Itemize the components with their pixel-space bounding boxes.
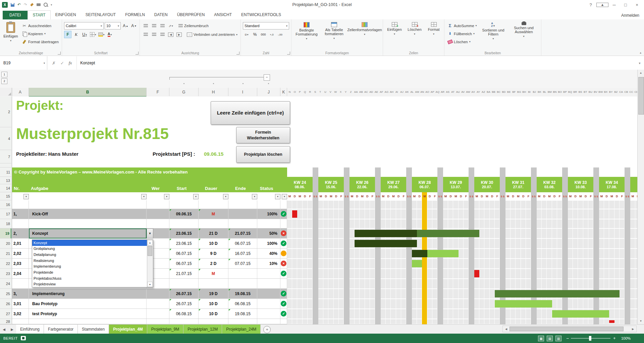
row-header-25[interactable]: 25: [0, 289, 11, 299]
ribbon-tab-start[interactable]: START: [28, 10, 50, 19]
cell-A27[interactable]: 3,02: [12, 309, 29, 319]
row-header-13[interactable]: 13: [0, 177, 11, 184]
scroll-right-icon[interactable]: ▶: [630, 327, 636, 331]
column-header-BE[interactable]: BE: [506, 88, 512, 96]
expand-formula-bar-icon[interactable]: ▾: [635, 56, 644, 70]
row-header-26[interactable]: 26: [0, 299, 11, 309]
ribbon-tab-daten[interactable]: DATEN: [150, 10, 172, 19]
cell-G23[interactable]: 21.07.15: [169, 269, 199, 278]
cell-H24[interactable]: [199, 279, 228, 288]
cell-G19[interactable]: 23.06.15: [169, 228, 199, 238]
dialog-launcher-icon[interactable]: [236, 52, 239, 55]
cell-H27[interactable]: 10 D: [199, 309, 228, 319]
column-header-BN[interactable]: BN: [552, 88, 557, 96]
delete-cells-button[interactable]: × Löschen▾: [405, 21, 424, 36]
underline-button[interactable]: U▾: [81, 31, 88, 38]
dropdown-item[interactable]: Grobplanung: [32, 246, 147, 252]
cell-J28[interactable]: [257, 319, 280, 324]
gantt-row-cells-17[interactable]: [287, 209, 637, 219]
column-header-BW[interactable]: BW: [598, 88, 603, 96]
cell-J24[interactable]: [257, 279, 280, 288]
cell-H16[interactable]: [199, 200, 228, 209]
filter-button-F[interactable]: ▾: [164, 194, 169, 199]
select-all-corner[interactable]: [0, 88, 12, 96]
cell-A18[interactable]: [12, 219, 29, 228]
column-header-AT[interactable]: AT: [450, 88, 455, 96]
cell-I17[interactable]: [228, 209, 257, 219]
cell-K19[interactable]: ×: [280, 228, 287, 238]
dialog-launcher-icon[interactable]: [58, 52, 61, 55]
cell-I26[interactable]: 06.08.15: [228, 299, 257, 308]
row-header-11[interactable]: 11: [0, 167, 11, 177]
ribbon-tab-formeln[interactable]: FORMELN: [120, 10, 150, 19]
column-header-T[interactable]: T: [318, 88, 323, 96]
column-header-BR[interactable]: BR: [573, 88, 578, 96]
column-header-K[interactable]: K: [280, 88, 287, 96]
horizontal-scrollbar[interactable]: ◀ ▶: [502, 326, 637, 332]
enter-formula-icon[interactable]: ✓: [60, 61, 64, 66]
cell-B26[interactable]: Bau Prototyp: [29, 299, 147, 308]
insert-cells-button[interactable]: + Einfügen▾: [385, 21, 404, 36]
help-button[interactable]: ?: [585, 2, 596, 7]
font-color-button[interactable]: A▾: [106, 31, 113, 38]
cell-A16[interactable]: [12, 200, 29, 209]
cell-I16[interactable]: [228, 200, 257, 209]
cell-F28[interactable]: [147, 319, 169, 324]
minimize-button[interactable]: ─: [608, 2, 620, 7]
dropdown-item[interactable]: Projektreview: [32, 281, 147, 287]
column-header-BB[interactable]: BB: [491, 88, 496, 96]
tab-datei[interactable]: DATEI: [3, 11, 28, 19]
row-header-23[interactable]: 23: [0, 269, 11, 279]
column-header-BF[interactable]: BF: [512, 88, 517, 96]
column-header-BV[interactable]: BV: [593, 88, 598, 96]
column-header-BP[interactable]: BP: [562, 88, 568, 96]
merge-center-button[interactable]: ↔Verbinden und zentrieren▾: [186, 31, 238, 38]
ribbon-tab-seitenlayout[interactable]: SEITENLAYOUT: [81, 10, 120, 19]
cell-styles-button[interactable]: Zellenformatvorlagen▾: [348, 21, 381, 37]
filter-button-I[interactable]: ▾: [252, 194, 257, 199]
cell-A24[interactable]: [12, 279, 29, 288]
cell-A22[interactable]: 2,03: [12, 259, 29, 268]
row-header-2[interactable]: 2: [0, 96, 11, 127]
column-header-U[interactable]: U: [323, 88, 328, 96]
gantt-row-cells-24[interactable]: [287, 279, 637, 288]
name-box-arrow-icon[interactable]: ▾: [44, 62, 47, 65]
new-sheet-button[interactable]: +: [263, 326, 271, 333]
dropdown-item[interactable]: Projektabschluss: [32, 275, 147, 281]
cell-K16[interactable]: [280, 200, 287, 209]
column-header-BU[interactable]: BU: [588, 88, 593, 96]
cell-I18[interactable]: [228, 219, 257, 228]
cell-G25[interactable]: 26.07.15: [169, 289, 199, 298]
cell-G16[interactable]: [169, 200, 199, 209]
cell-F17[interactable]: [147, 209, 169, 219]
row-header-18[interactable]: 18: [0, 219, 11, 228]
cell-J27[interactable]: [257, 309, 280, 319]
gantt-row-cells-21[interactable]: [287, 249, 637, 258]
sheet-nav-right-icon[interactable]: ▶: [8, 325, 16, 334]
cell-I23[interactable]: [228, 269, 257, 278]
column-header-BA[interactable]: BA: [486, 88, 491, 96]
filter-button-K[interactable]: ▾: [282, 194, 287, 199]
row-header-22[interactable]: 22: [0, 259, 11, 269]
copy-button[interactable]: Kopieren▾: [21, 30, 60, 37]
signin-link[interactable]: Anmelden: [621, 13, 639, 18]
font-family-combo[interactable]: Calibri▾: [64, 22, 104, 29]
scroll-down-icon[interactable]: ▼: [638, 318, 644, 324]
column-header-A[interactable]: A: [12, 88, 29, 96]
cell-H20[interactable]: 10 D: [199, 238, 228, 248]
ribbon-tab-entwicklertools[interactable]: ENTWICKLERTOOLS: [236, 10, 286, 19]
cell-B18[interactable]: [29, 219, 147, 228]
row-header-7[interactable]: 7: [0, 150, 11, 163]
thousands-format-button[interactable]: 000: [260, 31, 267, 38]
gantt-row-cells-22[interactable]: [287, 259, 637, 268]
column-header-AH[interactable]: AH: [389, 88, 394, 96]
find-select-button[interactable]: Suchen und Auswählen▾: [509, 21, 539, 39]
cell-G24[interactable]: [169, 279, 199, 288]
restore-formulas-button[interactable]: Formeln Wiederherstellen: [236, 127, 290, 143]
cell-K25[interactable]: ✓: [280, 289, 287, 298]
row-header-17[interactable]: 17: [0, 209, 11, 219]
macro-record-icon[interactable]: [21, 336, 26, 340]
collapse-ribbon-icon[interactable]: ▴: [640, 51, 641, 54]
cell-G28[interactable]: [169, 319, 199, 324]
dialog-launcher-icon[interactable]: [287, 52, 290, 55]
